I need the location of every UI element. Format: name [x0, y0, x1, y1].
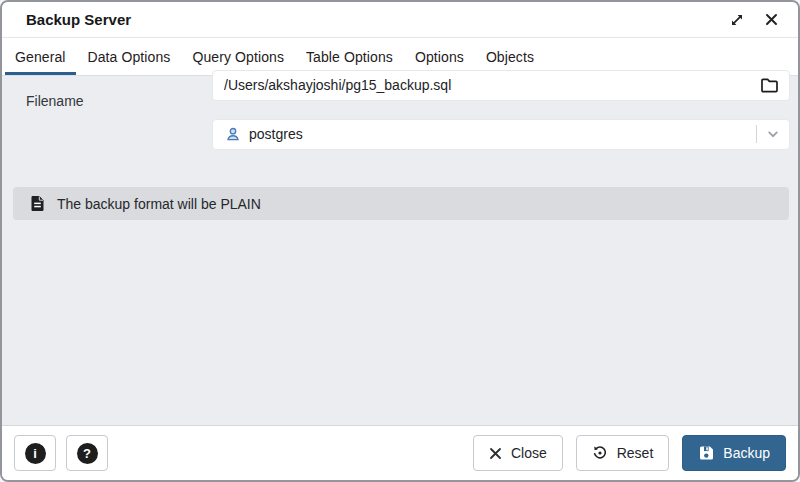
backup-format-message: The backup format will be PLAIN: [13, 187, 789, 220]
select-separator: [756, 125, 757, 143]
close-button[interactable]: Close: [473, 435, 563, 471]
close-button-label: Close: [511, 445, 547, 461]
dialog-footer: i ? Close: [2, 425, 798, 480]
backup-button[interactable]: Backup: [682, 435, 786, 471]
message-text: The backup format will be PLAIN: [57, 196, 261, 212]
backup-button-label: Backup: [723, 445, 770, 461]
info-button[interactable]: i: [14, 435, 56, 471]
reset-button-label: Reset: [617, 445, 654, 461]
filename-label: Filename: [26, 93, 84, 109]
close-icon[interactable]: [762, 11, 780, 29]
info-icon: i: [25, 443, 46, 464]
save-icon: [698, 445, 714, 461]
dialog-titlebar: Backup Server: [2, 2, 798, 38]
file-document-icon: [30, 195, 44, 212]
user-icon: [225, 126, 241, 142]
tab-general[interactable]: General: [4, 38, 77, 75]
titlebar-controls: [728, 11, 780, 29]
help-button[interactable]: ?: [66, 435, 108, 471]
undo-icon: [592, 445, 608, 461]
footer-actions: Close Reset: [473, 435, 786, 471]
filename-field: [212, 70, 790, 101]
backup-server-dialog: Backup Server General Data Options Query…: [0, 0, 800, 482]
folder-icon[interactable]: [759, 77, 779, 93]
role-name-value: postgres: [249, 126, 303, 142]
reset-button[interactable]: Reset: [576, 435, 670, 471]
role-name-select[interactable]: postgres: [212, 119, 790, 150]
help-icon: ?: [77, 443, 98, 464]
maximize-icon[interactable]: [728, 11, 746, 29]
x-icon: [489, 447, 502, 460]
general-tab-panel: Filename Role name postgre: [2, 76, 798, 425]
tab-data-options[interactable]: Data Options: [77, 38, 182, 75]
chevron-down-icon[interactable]: [765, 126, 781, 142]
dialog-title: Backup Server: [26, 11, 131, 28]
filename-input[interactable]: [213, 71, 759, 100]
